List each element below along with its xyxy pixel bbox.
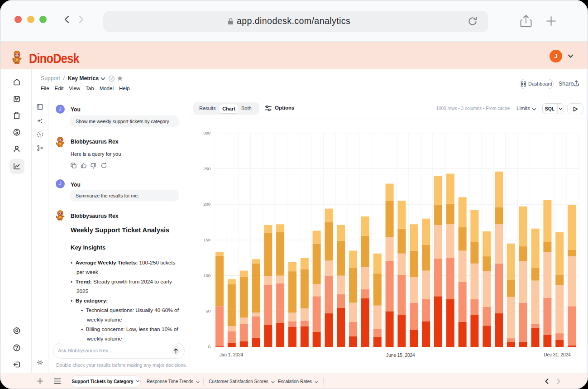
svg-text:Jan 1, 2024: Jan 1, 2024 <box>220 352 244 357</box>
svg-text:50: 50 <box>206 308 210 313</box>
svg-text:100: 100 <box>203 273 210 278</box>
svg-text:Dec 31, 2024: Dec 31, 2024 <box>544 352 571 357</box>
svg-text:0: 0 <box>208 344 210 349</box>
svg-text:150: 150 <box>203 237 210 242</box>
svg-text:June 15, 2024: June 15, 2024 <box>386 353 415 358</box>
svg-text:200: 200 <box>203 202 210 207</box>
svg-text:300: 300 <box>203 130 210 135</box>
svg-text:250: 250 <box>203 166 210 171</box>
